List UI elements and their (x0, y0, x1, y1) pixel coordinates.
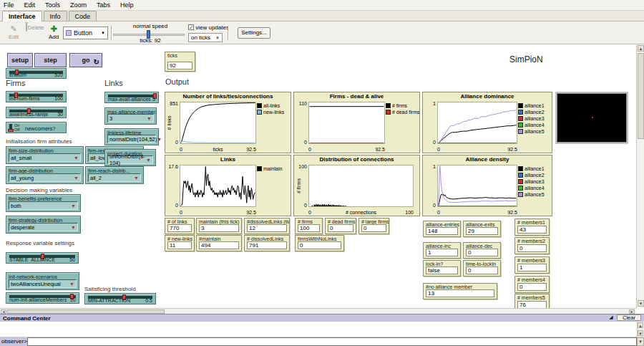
legend-label: alliance3 (525, 116, 545, 121)
newcomers-switch[interactable]: OnOff newcomers? (6, 122, 67, 133)
y-axis-min: 0 (294, 140, 307, 145)
chooser-value: all_young (11, 175, 34, 181)
monitor-firms-with-no-links: firmsWithNoLinks0 (295, 235, 344, 251)
monitor-value: 0 (517, 283, 547, 291)
command-scrollbar[interactable]: ▲ ▼ (637, 322, 644, 337)
monitor-label: alliance-exits (464, 221, 500, 227)
horizontal-scrollbar[interactable]: ◂ ▸ (0, 308, 636, 314)
x-axis-max: 100 (405, 210, 414, 215)
tab-code[interactable]: Code (69, 11, 97, 21)
popout-icon[interactable]: ◢ (608, 314, 614, 320)
monitor-label: # of links (165, 218, 194, 224)
max-alliance-member-chooser[interactable]: max-alliance-member... 3▼ (104, 107, 157, 125)
menu-help[interactable]: Help (120, 1, 134, 9)
menu-edit[interactable]: Edit (24, 1, 36, 9)
legend-item: # firms (386, 102, 418, 109)
step-button[interactable]: step (34, 53, 67, 67)
y-axis-max: 1 (423, 101, 436, 106)
plot-canvas (308, 102, 385, 144)
monitor-value: 13 (426, 289, 494, 297)
switch-handle[interactable] (8, 129, 14, 132)
monitor-alliance-entries: alliance-entries148 (423, 221, 461, 237)
menu-tools[interactable]: Tools (45, 1, 60, 9)
max-avail-alliances-slider[interactable]: max-avail-alliances5 (104, 92, 159, 103)
monitor-label: alliance-entries (424, 221, 460, 227)
scrollbar-thumb[interactable] (638, 53, 644, 139)
stable-alliance-slider[interactable]: STABLE_ALLIANCE50 (6, 252, 79, 264)
firm-size-distribution-chooser[interactable]: firm-size-distribution all_small▼ (6, 146, 84, 164)
y-axis-min: 0 (423, 203, 436, 208)
menu-zoom[interactable]: Zoom (70, 1, 87, 9)
legend-label: alliance3 (525, 179, 545, 184)
monitor-label: # firms (296, 218, 322, 224)
chooser-arrow-icon: ▼ (147, 116, 152, 121)
plot-title: Links (165, 156, 291, 163)
widget-type-dropdown[interactable]: Button ▼ (63, 27, 108, 39)
monitor-value: 0 (466, 266, 498, 274)
firm-reach-distribution-chooser[interactable]: firm-reach-distrib... all_2▼ (85, 166, 144, 184)
tab-info[interactable]: Info (44, 11, 67, 21)
project-duration-chooser[interactable]: project-duration uniformDistr(8-104)▼ (104, 149, 156, 166)
init-num-firms-slider[interactable]: init-num-firms100 (6, 91, 67, 102)
switch-on-off-labels: OnOff (14, 123, 19, 132)
min-attraction-slider[interactable]: MIN-ATTRACTION0.5 (84, 293, 156, 304)
x-axis-min: 0 (437, 147, 440, 152)
tab-interface[interactable]: Interface (2, 11, 42, 21)
monitor-new-links: # new-links11 (165, 235, 195, 251)
command-output-area[interactable]: ▲ ▼ (0, 322, 644, 337)
settings-button[interactable]: Settings... (238, 27, 270, 39)
monitor-value: 12 (247, 224, 287, 232)
legend-swatch-icon (257, 166, 262, 171)
chooser-value: uniformDistr(8-104) (109, 153, 146, 166)
update-mode-dropdown[interactable]: on ticks ▼ (188, 33, 223, 42)
monitor-value: 0 (361, 224, 386, 232)
monitor-dead-firms: # dead firms0 (325, 218, 356, 234)
awareness-range-slider[interactable]: awareness-range30 (6, 107, 67, 118)
monitor-value: false (426, 266, 458, 274)
scroll-up-icon[interactable]: ▲ (638, 45, 644, 52)
legend-item: alliance3 (518, 178, 550, 185)
add-widget-button[interactable]: ✚ Add (44, 24, 63, 40)
menu-file[interactable]: File (4, 1, 14, 9)
firm-age-distribution-chooser[interactable]: firm-age-distribution all_young▼ (6, 166, 84, 184)
command-input[interactable] (27, 337, 637, 346)
plot-alliance-dominance: Alliance dominance 1 0 0 92.5 alliance1a… (422, 92, 552, 153)
init-network-scenarios-chooser[interactable]: init-network-scenarios twoAlliancesUnequ… (6, 272, 79, 290)
chooser-value: 3 (109, 115, 112, 122)
num-init-alliance-members-slider[interactable]: num-init-allianceMembers20 (6, 292, 79, 304)
go-button[interactable]: go ↻ (69, 53, 102, 67)
slider-value: 5 (152, 97, 155, 102)
clear-button[interactable]: Clear (617, 314, 641, 321)
widget-type-value: Button (74, 29, 92, 37)
legend-item: alliance4 (518, 122, 550, 128)
slider-label: num-init-allianceMembers (9, 297, 67, 302)
scroll-down-icon[interactable]: ▼ (638, 300, 644, 307)
vertical-scrollbar[interactable]: ▲ ▼ (636, 44, 644, 308)
view-updates-checkbox[interactable]: ✓ view updates (188, 24, 229, 31)
edit-widget-button[interactable]: ✎ Edit (4, 24, 23, 40)
chooser-label: init-network-scenarios (6, 273, 79, 279)
x-axis-label: # connections (308, 210, 414, 215)
slider-value: 520 (54, 72, 63, 77)
model-title: SimPioN (509, 54, 543, 64)
monitor-label: # members1 (515, 219, 549, 225)
menu-bar: File Edit Tools Zoom Tabs Help (0, 0, 644, 11)
firm-benefits-preference-chooser[interactable]: firm-benefits-preference both▼ (6, 194, 81, 212)
menu-tabs[interactable]: Tabs (97, 1, 110, 9)
plot-title: Alliance density (423, 156, 552, 163)
firm-strategy-distribution-chooser[interactable]: firm-strategy-distribution desperate▼ (6, 216, 81, 234)
delete-widget-button[interactable]: Delete (26, 24, 44, 31)
monitor-value: 100 (298, 224, 320, 232)
monitor-label: # members5 (515, 294, 549, 300)
plot-canvas (308, 165, 414, 207)
endsim-slider[interactable]: endSim520 (6, 68, 67, 79)
command-history-dropdown[interactable]: ▼ (637, 337, 644, 346)
x-axis-max: 92.5 (507, 210, 517, 215)
scroll-up-icon[interactable]: ▲ (638, 322, 643, 328)
chooser-arrow-icon: ▼ (71, 203, 76, 208)
x-axis-max: 92.5 (246, 147, 256, 152)
linkless-lifetime-chooser[interactable]: linkless-lifetime normalDistr(104,52)▼ (104, 128, 159, 145)
scroll-down-icon[interactable]: ▼ (638, 330, 643, 336)
monitor-label: # members2 (515, 238, 549, 244)
setup-button[interactable]: setup (7, 53, 33, 67)
